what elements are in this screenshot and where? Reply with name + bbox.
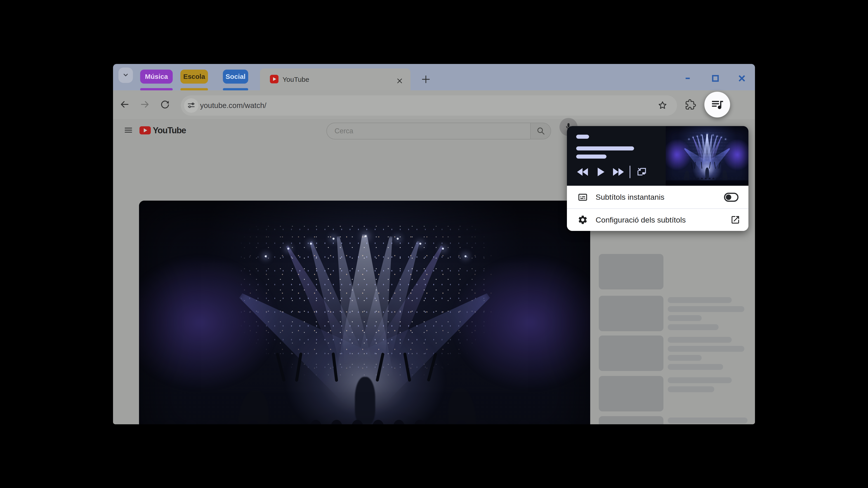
skeleton-thumbnail xyxy=(599,376,663,412)
media-thumbnail xyxy=(666,126,748,186)
back-button[interactable] xyxy=(119,99,130,110)
settings-gear-icon xyxy=(578,215,588,225)
toggle-knob xyxy=(726,195,731,200)
browser-toolbar: youtube.com/watch/ xyxy=(113,90,755,119)
skeleton-text-line xyxy=(668,346,744,352)
media-artist-skeleton xyxy=(576,155,607,159)
caption-settings-row[interactable]: Configuració dels subtítols xyxy=(567,209,748,231)
magnifier-icon xyxy=(536,126,545,136)
skeleton-suggestion-row xyxy=(599,335,755,372)
next-track-button[interactable] xyxy=(613,166,624,177)
window-maximize-button[interactable] xyxy=(710,73,720,84)
tab-close-button[interactable] xyxy=(395,76,405,86)
skeleton-thumbnail xyxy=(599,254,663,289)
tab-group-label: Social xyxy=(225,73,246,80)
skeleton-text-line xyxy=(668,364,723,370)
queue-music-icon xyxy=(710,97,724,112)
next-track-icon xyxy=(613,168,624,176)
skeleton-text-line xyxy=(668,386,714,392)
skeleton-thumbnail xyxy=(599,296,663,331)
tune-icon xyxy=(187,101,196,110)
star-icon xyxy=(657,100,668,111)
tab-strip: Música Escola Social YouTube xyxy=(113,64,755,90)
controls-divider xyxy=(629,166,630,178)
media-controls-popup: Subtítols instantanis Configuració dels … xyxy=(567,126,748,231)
arrow-right-icon xyxy=(140,99,150,110)
skeleton-text-line xyxy=(668,297,732,303)
live-caption-row[interactable]: Subtítols instantanis xyxy=(567,186,748,208)
close-icon xyxy=(396,77,403,85)
live-caption-toggle[interactable] xyxy=(724,193,739,202)
skeleton-suggestion-row xyxy=(599,416,755,424)
plus-icon xyxy=(421,74,431,85)
search-input[interactable] xyxy=(327,123,530,139)
media-title-skeleton xyxy=(576,147,634,151)
skeleton-thumbnail xyxy=(599,416,663,424)
video-scene xyxy=(139,201,590,424)
youtube-wordmark: YouTube xyxy=(153,119,186,142)
tab-group-social[interactable]: Social xyxy=(223,70,248,84)
skeleton-suggestion-row xyxy=(599,296,755,332)
extensions-button[interactable] xyxy=(684,98,697,111)
arrow-left-icon xyxy=(119,99,130,110)
close-window-icon xyxy=(737,73,747,84)
live-caption-icon xyxy=(578,192,588,202)
tab-group-label: Escola xyxy=(183,73,205,80)
new-tab-button[interactable] xyxy=(421,74,431,85)
tab-title: YouTube xyxy=(283,68,309,90)
scene-vignette xyxy=(139,201,590,424)
youtube-logo[interactable]: YouTube xyxy=(113,119,208,142)
skeleton-text-line xyxy=(668,355,702,361)
skeleton-suggestion-row xyxy=(599,254,755,290)
video-scene xyxy=(666,126,748,186)
reload-icon xyxy=(160,99,170,110)
picture-in-picture-button[interactable] xyxy=(636,166,647,177)
open-in-new-icon xyxy=(730,215,740,225)
skeleton-text-line xyxy=(668,377,732,383)
maximize-icon xyxy=(710,73,720,84)
caption-settings-label: Configuració dels subtítols xyxy=(596,216,686,224)
skeleton-text-line xyxy=(668,324,719,330)
browser-window: Música Escola Social YouTube xyxy=(113,64,755,424)
previous-track-icon xyxy=(577,168,588,176)
skeleton-text-line xyxy=(668,306,744,312)
play-icon xyxy=(598,168,604,176)
tab-group-escola[interactable]: Escola xyxy=(180,70,208,84)
search-button[interactable] xyxy=(530,123,551,139)
previous-track-button[interactable] xyxy=(577,166,588,177)
skeleton-text-line xyxy=(668,337,732,343)
media-controls-button[interactable] xyxy=(704,92,730,118)
url-text: youtube.com/watch/ xyxy=(200,95,267,116)
tab-search-button[interactable] xyxy=(119,68,133,83)
tab-group-label: Música xyxy=(145,73,168,80)
site-settings-button[interactable] xyxy=(185,100,197,111)
skeleton-text-line xyxy=(668,315,702,321)
play-button[interactable] xyxy=(595,166,607,177)
forward-button[interactable] xyxy=(139,99,151,110)
picture-in-picture-icon xyxy=(636,166,647,178)
live-caption-label: Subtítols instantanis xyxy=(596,193,664,201)
chevron-down-icon xyxy=(122,72,129,79)
tab-group-musica[interactable]: Música xyxy=(140,70,173,84)
youtube-favicon-icon xyxy=(270,75,278,84)
youtube-play-icon xyxy=(140,126,151,134)
window-close-button[interactable] xyxy=(737,73,747,84)
active-tab-youtube[interactable]: YouTube xyxy=(260,68,410,90)
window-minimize-button[interactable] xyxy=(683,73,694,84)
video-player[interactable]: S'està reproduint a Televisor del menjad… xyxy=(139,201,590,424)
skeleton-text-line xyxy=(668,418,747,423)
search-bar xyxy=(327,123,551,139)
minimize-icon xyxy=(684,73,693,84)
address-bar[interactable]: youtube.com/watch/ xyxy=(181,95,677,116)
media-source-skeleton xyxy=(576,135,589,139)
scene-vignette xyxy=(666,126,748,186)
skeleton-thumbnail xyxy=(599,335,663,371)
reload-button[interactable] xyxy=(159,99,171,110)
popup-media-session xyxy=(567,126,748,186)
skeleton-suggestion-row xyxy=(599,376,755,412)
bookmark-star-button[interactable] xyxy=(657,100,669,111)
puzzle-icon xyxy=(685,99,696,111)
